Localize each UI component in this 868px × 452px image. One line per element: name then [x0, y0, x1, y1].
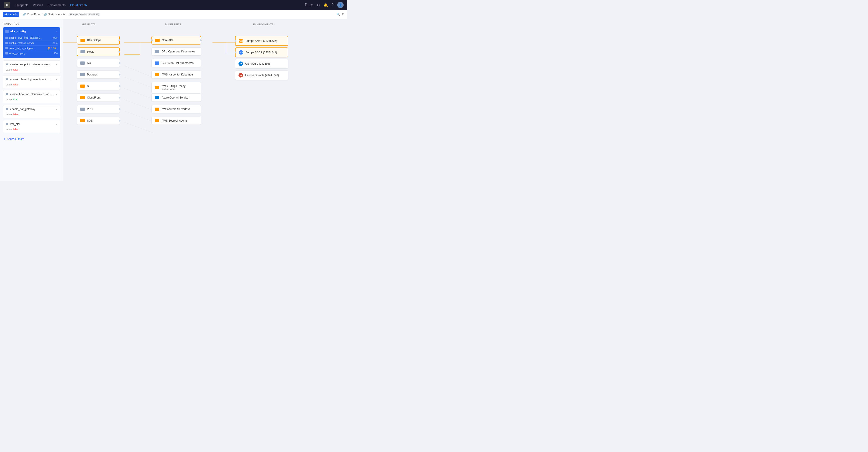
blueprint-gpu[interactable]: GPU Optimized Kubernetes [151, 47, 201, 56]
prop-card-1-header: control_plane_log_retention_in_d... ▾ [3, 75, 60, 83]
prop-card-2-left: create_flow_log_cloudwatch_log_... [6, 93, 53, 96]
blueprint-gitops[interactable]: AWS GitOps Ready Kubernetes [151, 82, 201, 93]
eks-row-0: enable_aws_load_balancer... true [5, 35, 58, 40]
prop-0-chevron[interactable]: ▾ [56, 63, 57, 66]
blueprint-karpenter[interactable]: AWS Karpenter Kubernets [151, 70, 201, 79]
breadcrumb-label: eks_config [4, 13, 18, 16]
blueprint-gcp-autopilot[interactable]: GCP AutoPilot Kubernetes [151, 59, 201, 67]
artifact-vpc[interactable]: VPC [77, 105, 120, 113]
eks-row-1-val: true [53, 41, 58, 44]
aurora-icon [155, 107, 159, 111]
top-navigation: ■ Blueprints Policies Environments Cloud… [0, 0, 347, 10]
acl-icon [80, 62, 85, 65]
acl-label: ACL [87, 62, 92, 65]
artifact-k8s-gitops[interactable]: K8s GitOps [77, 36, 120, 44]
bell-icon[interactable]: 🔔 [323, 3, 328, 7]
col-blueprints-header: BLUEPRINTS [165, 23, 181, 26]
env-us-azure-label: US / Azure (2324666) [245, 62, 271, 65]
env-us-azure[interactable]: AZ US / Azure (2324666) [235, 59, 288, 68]
docs-link[interactable]: Docs [305, 3, 313, 7]
prop-4-icon [6, 123, 8, 125]
show-more-icon: + [4, 137, 5, 141]
prop-card-2-header: create_flow_log_cloudwatch_log_... ▾ [3, 90, 60, 98]
prop-card-1-left: control_plane_log_retention_in_d... [6, 78, 53, 81]
env-oracle-icon: OR [239, 73, 243, 77]
cloudfront-icon [80, 96, 85, 99]
prop-2-chevron[interactable]: ▾ [56, 93, 57, 96]
artifact-acl[interactable]: ACL [77, 59, 120, 67]
prop-4-chevron[interactable]: ▾ [56, 123, 57, 126]
env-gcp-icon: GCP [239, 50, 243, 55]
eks-config-card[interactable]: eks_config ▾ enable_aws_load_balancer...… [3, 27, 60, 58]
blueprint-bedrock[interactable]: AWS Bedrock Agents [151, 117, 201, 125]
env-europe-oracle[interactable]: OR Europe / Oracle (23245743) [235, 70, 288, 80]
prop-card-0[interactable]: cluster_endpoint_private_access ▾ Value:… [3, 60, 60, 73]
prop-1-value: false [13, 83, 18, 86]
env-europe-aws[interactable]: AWS Europe / AWS (23245535) [235, 36, 288, 46]
prop-4-name: vpc_cidr [10, 123, 20, 126]
bedrock-label: AWS Bedrock Agents [162, 119, 187, 122]
settings-icon[interactable]: ⚙ [342, 13, 344, 16]
eks-row-2-name: some_list_or_set_pro... [9, 47, 35, 50]
show-more-button[interactable]: + Show 49 more [3, 135, 60, 143]
env-europe-gcp[interactable]: GCP Europe / GCP (54674741) [235, 47, 288, 57]
user-avatar[interactable]: 👤 [337, 2, 344, 8]
breadcrumb-static-website[interactable]: 🔗 Static Website [44, 13, 65, 16]
search-icon[interactable]: 🔍 [336, 13, 340, 16]
prop-3-value: false [13, 113, 18, 116]
nav-policies[interactable]: Policies [33, 3, 43, 7]
blueprint-core-api[interactable]: Core API [151, 36, 201, 44]
artifact-sqs[interactable]: SQS [77, 117, 120, 125]
prop-card-1[interactable]: control_plane_log_retention_in_d... ▾ Va… [3, 75, 60, 88]
eks-row-3: string_property 456 [5, 51, 58, 56]
artifact-cloudfront[interactable]: CloudFront [77, 94, 120, 102]
blueprint-azure-openai[interactable]: Azure OpenAI Service [151, 94, 201, 102]
graph-area: ARTIFACTS BLUEPRINTS ENVIRONMENTS [63, 19, 347, 181]
gcp-autopilot-icon [155, 62, 159, 65]
prop-2-value: true [13, 98, 18, 101]
prop-card-0-header: cluster_endpoint_private_access ▾ [3, 61, 60, 68]
blueprint-aurora[interactable]: AWS Aurora Serverless [151, 105, 201, 113]
eks-row-1-name: enable_metrics_server [9, 41, 34, 44]
prop-3-icon [6, 108, 8, 110]
core-api-dot-left [151, 39, 153, 41]
eks-config-chevron[interactable]: ▾ [56, 30, 58, 33]
prop-4-value: false [13, 128, 18, 131]
breadcrumb: eks_config / 🔗 CloudFront / 🔗 Static Web… [0, 10, 347, 19]
env-azure-icon: AZ [239, 62, 243, 66]
breadcrumb-eks-config[interactable]: eks_config [3, 12, 19, 17]
artifact-postgres[interactable]: Postgres [77, 70, 120, 79]
breadcrumb-cloudfront[interactable]: 🔗 CloudFront [23, 13, 40, 16]
nodes-layer: K8s GitOps Redis ACL Postgres [63, 19, 347, 181]
nav-cloud-graph[interactable]: Cloud Graph [70, 3, 87, 7]
question-icon[interactable]: ? [332, 3, 334, 7]
prop-card-2[interactable]: create_flow_log_cloudwatch_log_... ▾ Val… [3, 90, 60, 103]
env-europe-gcp-label: Europe / GCP (54674741) [246, 51, 277, 54]
app-logo[interactable]: ■ [4, 2, 10, 8]
vpc-dot-right [119, 108, 121, 110]
env-europe-aws-label: Europe / AWS (23245535) [246, 39, 277, 42]
prop-card-4[interactable]: vpc_cidr ▾ Value: false [3, 120, 60, 133]
sqs-dot-right [119, 120, 121, 122]
s3-label: S3 [87, 85, 90, 88]
prop-3-name: enable_nat_gateway [10, 107, 35, 111]
prop-1-chevron[interactable]: ▾ [56, 78, 57, 81]
prop-0-icon [6, 64, 8, 65]
eks-row-0-val: true [53, 36, 58, 39]
prop-card-4-body: Value: false [3, 128, 60, 133]
breadcrumb-environment-tag[interactable]: Europe / AWS (23245535) [69, 13, 100, 16]
prop-0-name: cluster_endpoint_private_access [10, 63, 50, 66]
gear-icon[interactable]: ⚙ [317, 3, 320, 7]
prop-card-3[interactable]: enable_nat_gateway ▾ Value: false [3, 105, 60, 118]
eks-row-1-icon [5, 42, 8, 44]
artifact-s3[interactable]: S3 [77, 82, 120, 90]
artifact-redis[interactable]: Redis [77, 47, 120, 56]
nav-environments[interactable]: Environments [48, 3, 66, 7]
eks-row-3-icon [5, 52, 8, 55]
prop-card-0-left: cluster_endpoint_private_access [6, 63, 50, 66]
nav-blueprints[interactable]: Blueprints [16, 3, 29, 7]
prop-card-1-body: Value: false [3, 83, 60, 88]
breadcrumb-sep-2: / [42, 13, 42, 16]
vpc-label: VPC [87, 107, 93, 111]
prop-3-chevron[interactable]: ▾ [56, 108, 57, 111]
